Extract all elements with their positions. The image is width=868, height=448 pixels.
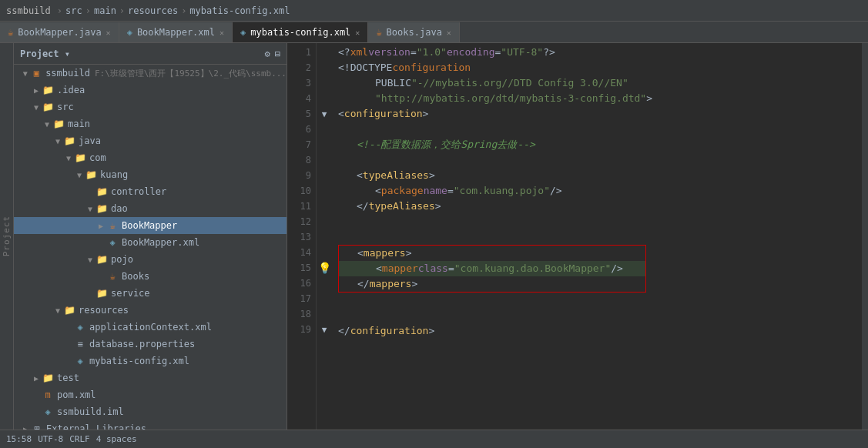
tree-item-ssmbuild[interactable]: ▼ ▣ ssmbuild F:\班级管理\西开【19525】\2._代码\ssm… [14, 65, 287, 82]
ln-12: 12 [287, 214, 311, 229]
tree-label: pom.xml [57, 389, 96, 400]
tree-item-test[interactable]: ▶ 📁 test [14, 369, 287, 386]
close-icon[interactable]: ✕ [355, 28, 360, 37]
gutter-15[interactable]: 💡 [317, 260, 332, 276]
tree-item-com[interactable]: ▼ 📁 com [14, 149, 287, 166]
tab-bookmapper-java[interactable]: ☕ BookMapper.java ✕ [0, 22, 119, 42]
tree-item-main[interactable]: ▼ 📁 main [14, 115, 287, 132]
settings-icon[interactable]: ⚙ [265, 48, 270, 59]
ln-14: 14 [287, 245, 311, 260]
tree-item-controller[interactable]: 📁 controller [14, 183, 287, 200]
tree-item-pom[interactable]: m pom.xml [14, 386, 287, 403]
gutter-10 [317, 183, 332, 199]
ln-8: 8 [287, 152, 311, 168]
folder-icon: 📁 [42, 85, 54, 95]
tab-label: mybatis-config.xml [250, 27, 350, 38]
maven-icon: m [42, 389, 54, 400]
arrow-icon: ▼ [85, 256, 96, 264]
code-line-5: <configuration> [338, 106, 856, 122]
tree-item-dao[interactable]: ▼ 📁 dao [14, 200, 287, 217]
indent[interactable]: 4 spaces [96, 434, 137, 444]
folder-icon: 📁 [74, 152, 86, 163]
tree-label: service [111, 288, 150, 299]
ln-13: 13 [287, 229, 311, 245]
gutter-19[interactable]: ▼ [317, 322, 332, 337]
arrow-icon: ▼ [52, 137, 63, 145]
tab-mybatis-config[interactable]: ◈ mybatis-config.xml ✕ [233, 22, 368, 42]
tree-item-pojo[interactable]: ▼ 📁 pojo [14, 251, 287, 268]
collapse-icon[interactable]: ⊟ [275, 48, 280, 59]
breadcrumb-file: mybatis-config.xml [189, 5, 290, 16]
tree-item-bookmapper-xml[interactable]: ◈ BookMapper.xml [14, 234, 287, 251]
ln-10: 10 [287, 183, 311, 199]
main-layout: Project Project ▾ ⚙ ⊟ ▼ ▣ ssmbuild F:\班级… [0, 43, 868, 430]
tab-bar: ☕ BookMapper.java ✕ ◈ BookMapper.xml ✕ ◈… [0, 22, 868, 43]
tree-item-appcontext[interactable]: ◈ applicationContext.xml [14, 319, 287, 336]
gutter-13 [317, 229, 332, 245]
tree-label: resources [79, 305, 129, 316]
tab-label: Books.java [387, 27, 442, 38]
java-icon: ☕ [376, 27, 381, 38]
tree-item-bookmapper[interactable]: ▶ ☕ BookMapper [14, 217, 287, 234]
java-icon: ☕ [8, 27, 13, 38]
gutter-11 [317, 199, 332, 214]
java-class-icon: ☕ [106, 220, 119, 231]
bulb-icon[interactable]: 💡 [318, 262, 331, 274]
code-line-19: </configuration> [338, 323, 856, 339]
folder-icon: 📁 [96, 254, 108, 265]
ln-17: 17 [287, 291, 311, 306]
ln-15: 15 [287, 260, 311, 276]
tree-item-iml[interactable]: ◈ ssmbuild.iml [14, 403, 287, 420]
close-icon[interactable]: ✕ [106, 28, 111, 37]
tab-books-java[interactable]: ☕ Books.java ✕ [368, 22, 460, 42]
tree-label: src [57, 102, 74, 112]
editor-content[interactable]: <?xml version="1.0" encoding="UTF-8" ?> … [332, 43, 862, 430]
tree-item-ext-libs[interactable]: ▶ ⊞ External Libraries [14, 420, 287, 430]
gutter-5[interactable]: ▼ [317, 106, 332, 122]
gutter-17 [317, 291, 332, 306]
code-line-2: <!DOCTYPE configuration [338, 60, 856, 75]
ln-1: 1 [287, 45, 311, 60]
gutter-7 [317, 137, 332, 152]
tab-label: BookMapper.xml [137, 27, 215, 38]
code-line-13 [338, 229, 856, 245]
code-line-6 [338, 122, 856, 137]
gutter-4 [317, 91, 332, 106]
line-sep[interactable]: CRLF [69, 434, 90, 444]
code-line-14: <mappers> [339, 246, 645, 261]
tree-item-service[interactable]: 📁 service [14, 285, 287, 302]
encoding[interactable]: UTF-8 [38, 434, 63, 444]
ln-3: 3 [287, 75, 311, 91]
ln-19: 19 [287, 322, 311, 337]
code-line-8 [338, 152, 856, 168]
tree-label: database.properties [89, 339, 195, 349]
breadcrumb-src: src [65, 5, 82, 16]
box-region: <mappers> <mapper class="com.kuang.dao.B… [338, 245, 646, 293]
arrow-icon: ▶ [31, 374, 42, 383]
arrow-icon: ▼ [42, 120, 52, 129]
line-col: 15:58 [6, 434, 32, 444]
arrow-icon: ▼ [85, 205, 96, 213]
tree-label: mybatis-config.xml [89, 356, 189, 366]
code-line-16: </mappers> [339, 276, 645, 292]
tree-label: ssmbuild [45, 68, 90, 79]
tree-item-dbprops[interactable]: ≡ database.properties [14, 336, 287, 353]
close-icon[interactable]: ✕ [220, 28, 224, 37]
arrow-icon: ▶ [96, 222, 106, 230]
close-icon[interactable]: ✕ [447, 28, 451, 37]
tree-item-mybatis[interactable]: ◈ mybatis-config.xml [14, 353, 287, 369]
left-edge: Project [0, 43, 14, 430]
breadcrumb-sep: › [57, 5, 62, 16]
ln-16: 16 [287, 276, 311, 291]
tree-item-books[interactable]: ☕ Books [14, 268, 287, 285]
scroll-bar-vertical[interactable] [862, 43, 868, 430]
folder-icon: 📁 [96, 186, 108, 197]
tree-item-src[interactable]: ▼ 📁 src [14, 99, 287, 115]
tree-item-kuang[interactable]: ▼ 📁 kuang [14, 166, 287, 183]
tree-item-resources[interactable]: ▼ 📁 resources [14, 302, 287, 319]
tree-item-java[interactable]: ▼ 📁 java [14, 132, 287, 149]
tab-bookmapper-xml[interactable]: ◈ BookMapper.xml ✕ [119, 22, 233, 42]
folder-icon: 📁 [63, 305, 75, 316]
tab-label: BookMapper.java [18, 27, 101, 38]
tree-item-idea[interactable]: ▶ 📁 .idea [14, 82, 287, 99]
